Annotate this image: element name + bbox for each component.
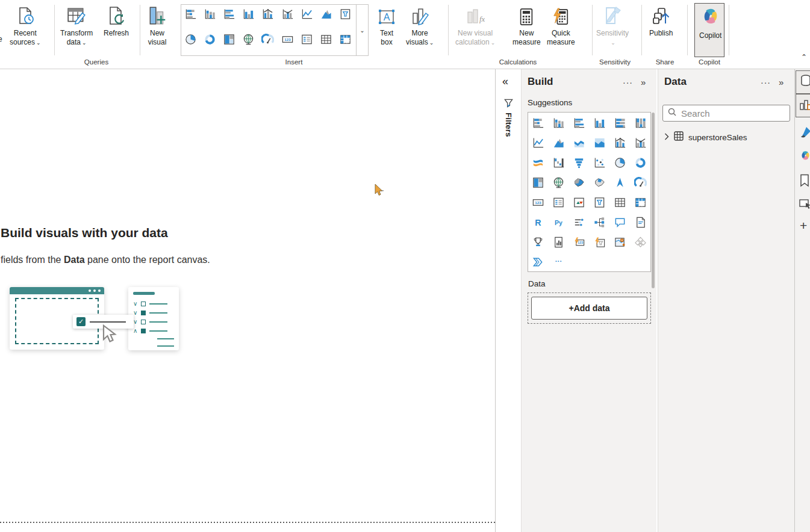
copilot-icon[interactable] — [799, 150, 810, 165]
pie-chart-icon[interactable] — [611, 154, 629, 172]
waterfall-chart-icon[interactable] — [550, 154, 568, 172]
table-icon[interactable] — [611, 194, 629, 212]
collapse-pane-icon[interactable]: » — [641, 77, 646, 87]
stacked-area-chart-icon[interactable] — [570, 134, 588, 152]
map-icon[interactable] — [550, 174, 568, 192]
metrics-icon[interactable] — [529, 234, 547, 252]
gauge-icon[interactable] — [259, 30, 277, 48]
collapse-pane-icon[interactable]: » — [779, 77, 784, 87]
stacked-bar-chart-icon[interactable] — [529, 114, 547, 132]
add-data-button[interactable]: +Add data — [531, 297, 647, 320]
build-pane-tab[interactable] — [796, 94, 810, 117]
smart-narrative-icon[interactable] — [631, 214, 649, 232]
100-stacked-bar-chart-icon[interactable] — [611, 114, 629, 132]
build-pane-scrollbar[interactable] — [652, 113, 655, 288]
data-pane-tab[interactable] — [796, 70, 810, 94]
multi-row-card-icon[interactable] — [298, 30, 316, 48]
scatter-chart-icon[interactable] — [590, 154, 608, 172]
kpi-icon[interactable] — [570, 194, 588, 212]
donut-chart-icon[interactable] — [631, 154, 649, 172]
arcgis-map-icon[interactable] — [611, 234, 629, 252]
chevron-right-icon[interactable] — [664, 132, 669, 143]
format-brush-icon[interactable] — [799, 126, 810, 141]
azure-map-icon[interactable] — [611, 174, 629, 192]
decomposition-tree-icon[interactable] — [590, 214, 608, 232]
refresh-button[interactable]: Refresh — [104, 2, 129, 38]
more-options-icon[interactable]: ··· — [623, 78, 633, 87]
data-dropzone[interactable]: +Add data — [528, 292, 651, 324]
shape-map-icon[interactable] — [590, 174, 608, 192]
line-and-stacked-column-chart-icon[interactable] — [259, 5, 277, 23]
line-and-clustered-column-chart-icon[interactable] — [278, 5, 296, 23]
new-visual-calculation-button[interactable]: fx New visual calculation⌄ — [455, 2, 495, 48]
bookmarks-icon[interactable] — [799, 174, 810, 190]
new-visual-button[interactable]: New visual — [147, 2, 167, 47]
more-visuals-icon[interactable]: ··· — [550, 253, 568, 271]
new-slicer-icon[interactable] — [590, 234, 608, 252]
clustered-bar-chart-icon[interactable] — [220, 5, 238, 23]
power-automate-visual-icon[interactable] — [529, 253, 547, 271]
more-visuals-button[interactable]: More visuals⌄ — [406, 2, 434, 48]
publish-label: Publish — [649, 29, 673, 37]
slicer-icon[interactable] — [337, 5, 355, 23]
copilot-button[interactable]: Copilot — [694, 3, 724, 57]
donut-chart-icon[interactable] — [201, 30, 219, 48]
gallery-expand-button[interactable]: ⌄ — [357, 4, 369, 56]
card-icon[interactable]: 123 — [529, 194, 547, 212]
treemap-icon[interactable] — [220, 30, 238, 48]
python-visual-icon[interactable]: Py — [550, 214, 568, 232]
more-options-icon[interactable]: ··· — [761, 78, 771, 87]
stacked-column-chart-icon[interactable] — [550, 114, 568, 132]
paginated-report-icon[interactable] — [550, 234, 568, 252]
card-icon[interactable]: 123 — [278, 30, 296, 48]
pie-chart-icon[interactable] — [181, 30, 199, 48]
search-input[interactable] — [681, 108, 777, 119]
recent-sources-button[interactable]: Recent sources⌄ — [10, 2, 41, 48]
line-and-clustered-column-chart-icon[interactable] — [631, 134, 649, 152]
transform-data-button[interactable]: Transform data⌄ — [60, 2, 93, 48]
filter-funnel-icon[interactable] — [503, 98, 514, 111]
100-stacked-column-chart-icon[interactable] — [631, 114, 649, 132]
collapse-ribbon-icon[interactable]: ⌃ — [801, 53, 807, 61]
clustered-column-chart-icon[interactable] — [590, 114, 608, 132]
expand-filters-icon[interactable]: « — [502, 75, 508, 88]
stacked-bar-chart-icon[interactable] — [181, 5, 199, 23]
clustered-bar-chart-icon[interactable] — [570, 114, 588, 132]
suggestions-label: Suggestions — [528, 98, 572, 107]
line-and-stacked-column-chart-icon[interactable] — [611, 134, 629, 152]
filters-pane-label[interactable]: Filters — [504, 113, 513, 137]
table-row-superstoreSales[interactable]: superstoreSales — [664, 130, 747, 144]
power-apps-visual-icon[interactable] — [631, 234, 649, 252]
ribbon-chart-icon[interactable] — [529, 154, 547, 172]
publish-button[interactable]: Publish — [649, 2, 673, 38]
quick-measure-button[interactable]: Quick measure — [547, 2, 575, 47]
matrix-icon[interactable] — [631, 194, 649, 212]
line-chart-icon[interactable] — [298, 5, 316, 23]
text-box-button[interactable]: A Text box — [377, 2, 396, 47]
new-card-icon[interactable]: 123 — [570, 234, 588, 252]
r-script-visual-icon[interactable]: R — [529, 214, 547, 232]
gauge-icon[interactable] — [631, 174, 649, 192]
100-stacked-area-chart-icon[interactable] — [590, 134, 608, 152]
sensitivity-button[interactable]: Sensitivity ⌄ — [596, 2, 629, 48]
selection-icon[interactable] — [799, 198, 810, 212]
new-measure-button[interactable]: New measure — [512, 2, 541, 47]
funnel-chart-icon[interactable] — [570, 154, 588, 172]
area-chart-icon[interactable] — [550, 134, 568, 152]
slicer-icon[interactable] — [590, 194, 608, 212]
qa-visual-icon[interactable] — [611, 214, 629, 232]
treemap-icon[interactable] — [529, 174, 547, 192]
clustered-column-chart-icon[interactable] — [240, 5, 258, 23]
report-canvas[interactable]: Build visuals with your data fields from… — [0, 69, 496, 532]
area-chart-icon[interactable] — [317, 5, 335, 23]
matrix-icon[interactable] — [337, 30, 355, 48]
page-boundary-dotted-line — [0, 522, 495, 523]
table-icon[interactable] — [317, 30, 335, 48]
stacked-column-chart-icon[interactable] — [201, 5, 219, 23]
key-influencers-icon[interactable] — [570, 214, 588, 232]
map-icon[interactable] — [240, 30, 258, 48]
multi-row-card-icon[interactable] — [550, 194, 568, 212]
filled-map-icon[interactable] — [570, 174, 588, 192]
add-pane-icon[interactable]: + — [800, 218, 807, 233]
line-chart-icon[interactable] — [529, 134, 547, 152]
